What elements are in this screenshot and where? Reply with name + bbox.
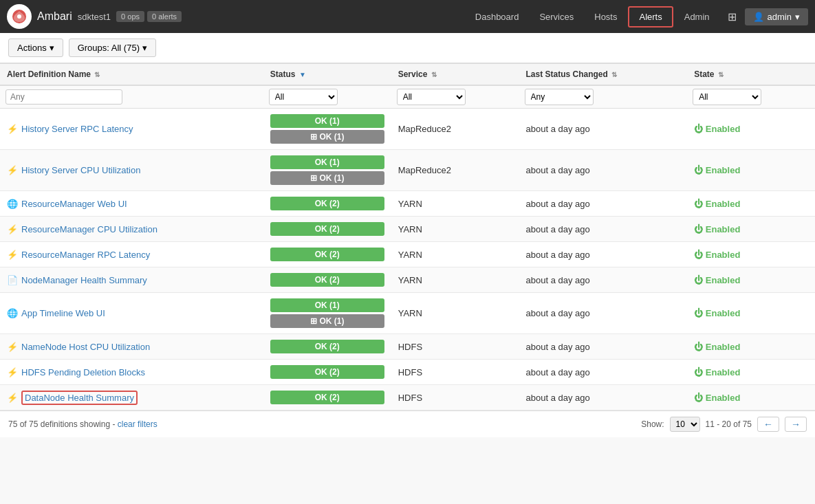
col-state: State ⇅ [687, 64, 815, 86]
alert-name-link[interactable]: ResourceManager RPC Latency [21, 250, 150, 260]
sort-state-icon[interactable]: ⇅ [718, 71, 724, 78]
table-row: ⚡HDFS Pending Deletion BlocksOK (2)HDFSa… [0, 360, 815, 385]
actions-button[interactable]: Actions [8, 39, 63, 57]
filter-service-cell: All [391, 85, 519, 109]
alert-name-link[interactable]: HDFS Pending Deletion Blocks [21, 367, 145, 377]
sort-service-icon[interactable]: ⇅ [431, 71, 437, 78]
groups-label: Groups: All (75) [78, 43, 140, 53]
status-badge[interactable]: OK (2) [270, 248, 384, 261]
state-badge[interactable]: Enabled [694, 250, 740, 260]
service-cell: MapReduce2 [391, 150, 519, 191]
status-badge[interactable]: OK (2) [270, 197, 384, 210]
filter-name-cell [0, 85, 263, 109]
state-badge[interactable]: Enabled [694, 199, 740, 209]
alert-name-link[interactable]: ResourceManager Web UI [21, 199, 127, 209]
status-badge[interactable]: ⊞ OK (1) [270, 314, 384, 328]
table-footer: 75 of 75 definitions showing - clear fil… [0, 410, 815, 437]
table-row: ⚡ResourceManager CPU UtilizationOK (2)YA… [0, 217, 815, 242]
prev-page-button[interactable]: ← [757, 417, 779, 432]
state-cell: Enabled [687, 242, 815, 267]
filter-status-select[interactable]: All [269, 89, 338, 105]
app-name: Ambari [37, 10, 72, 23]
alert-name-link[interactable]: ResourceManager CPU Utilization [21, 224, 157, 234]
status-badge[interactable]: OK (1) [270, 155, 384, 169]
service-cell: HDFS [391, 385, 519, 410]
status-cell: OK (1)⊞ OK (1) [263, 109, 391, 150]
alert-name-link[interactable]: NodeManager Health Summary [21, 275, 147, 285]
nav-services[interactable]: Services [530, 8, 583, 26]
filter-name-input[interactable] [6, 89, 122, 105]
nav-alerts[interactable]: Alerts [628, 6, 673, 28]
next-page-button[interactable]: → [785, 417, 807, 432]
globe-icon: 🌐 [7, 308, 18, 318]
state-badge[interactable]: Enabled [694, 275, 740, 285]
pagination-text: 11 - 20 of 75 [706, 419, 752, 429]
alerts-table: Alert Definition Name ⇅ Status ▼ Service… [0, 63, 815, 410]
alert-name-link[interactable]: App Timeline Web UI [21, 308, 105, 318]
state-badge[interactable]: Enabled [694, 367, 740, 377]
filter-last-status-select[interactable]: Any [525, 89, 594, 105]
status-badge[interactable]: OK (2) [270, 365, 384, 379]
state-cell: Enabled [687, 150, 815, 191]
table-row: ⚡NameNode Host CPU UtilizationOK (2)HDFS… [0, 334, 815, 360]
status-cell: OK (2) [263, 334, 391, 360]
groups-button[interactable]: Groups: All (75) [69, 39, 156, 57]
status-cell: OK (1)⊞ OK (1) [263, 293, 391, 334]
state-cell: Enabled [687, 217, 815, 242]
status-badge[interactable]: ⊞ OK (1) [270, 171, 384, 185]
nav-dashboard[interactable]: Dashboard [466, 8, 529, 26]
state-badge[interactable]: Enabled [694, 224, 740, 234]
status-badge[interactable]: OK (1) [270, 114, 384, 128]
alert-name-link[interactable]: NameNode Host CPU Utilization [21, 342, 150, 352]
sort-status-icon[interactable]: ▼ [299, 71, 306, 78]
state-badge[interactable]: Enabled [694, 393, 740, 403]
last-status-cell: about a day ago [519, 242, 688, 267]
state-badge[interactable]: Enabled [694, 124, 740, 134]
status-badge[interactable]: OK (2) [270, 340, 384, 353]
alert-name-link[interactable]: History Server CPU Utilization [21, 165, 140, 175]
table-row: ⚡ResourceManager RPC LatencyOK (2)YARNab… [0, 242, 815, 267]
state-cell: Enabled [687, 385, 815, 410]
user-menu[interactable]: 👤 admin ▾ [745, 8, 808, 25]
filter-service-select[interactable]: All [397, 89, 466, 105]
alert-name-link[interactable]: DataNode Health Summary [21, 391, 138, 405]
last-status-cell: about a day ago [519, 334, 688, 360]
filter-state-select[interactable]: All [693, 89, 761, 105]
nav-admin[interactable]: Admin [675, 8, 719, 26]
service-cell: HDFS [391, 334, 519, 360]
state-badge[interactable]: Enabled [694, 308, 740, 318]
user-name: admin [768, 12, 792, 22]
col-last-status: Last Status Changed ⇅ [519, 64, 688, 86]
state-badge[interactable]: Enabled [694, 165, 740, 175]
status-cell: OK (2) [263, 360, 391, 385]
clear-filters-link[interactable]: clear filters [118, 419, 157, 429]
alert-name-cell: ⚡NameNode Host CPU Utilization [0, 334, 263, 360]
status-badge[interactable]: OK (2) [270, 391, 384, 404]
svg-point-1 [17, 14, 21, 19]
table-row: ⚡History Server CPU UtilizationOK (1)⊞ O… [0, 150, 815, 191]
alert-name-cell: ⚡HDFS Pending Deletion Blocks [0, 360, 263, 385]
state-cell: Enabled [687, 293, 815, 334]
footer-summary: 75 of 75 definitions showing - clear fil… [8, 419, 157, 429]
nav-hosts[interactable]: Hosts [585, 8, 627, 26]
apps-grid-icon[interactable]: ⊞ [721, 6, 743, 28]
show-count-select[interactable]: 10 [670, 417, 700, 432]
last-status-cell: about a day ago [519, 109, 688, 150]
service-cell: YARN [391, 242, 519, 267]
col-alert-name: Alert Definition Name ⇅ [0, 64, 263, 86]
alert-name-link[interactable]: History Server RPC Latency [21, 124, 133, 134]
status-badge[interactable]: ⊞ OK (1) [270, 130, 384, 144]
status-badge[interactable]: OK (2) [270, 273, 384, 287]
status-badge[interactable]: OK (1) [270, 298, 384, 312]
logo [7, 4, 32, 29]
alerts-body: ⚡History Server RPC LatencyOK (1)⊞ OK (1… [0, 109, 815, 410]
alert-name-cell: ⚡DataNode Health Summary [0, 385, 263, 410]
sort-alert-name-icon[interactable]: ⇅ [94, 71, 100, 78]
bolt-icon: ⚡ [7, 124, 18, 134]
nav-links: Dashboard Services Hosts Alerts Admin ⊞ … [466, 6, 808, 28]
state-badge[interactable]: Enabled [694, 342, 740, 352]
table-row: ⚡DataNode Health SummaryOK (2)HDFSabout … [0, 385, 815, 410]
status-badge[interactable]: OK (2) [270, 222, 384, 236]
sort-last-status-icon[interactable]: ⇅ [611, 71, 617, 78]
service-cell: YARN [391, 217, 519, 242]
